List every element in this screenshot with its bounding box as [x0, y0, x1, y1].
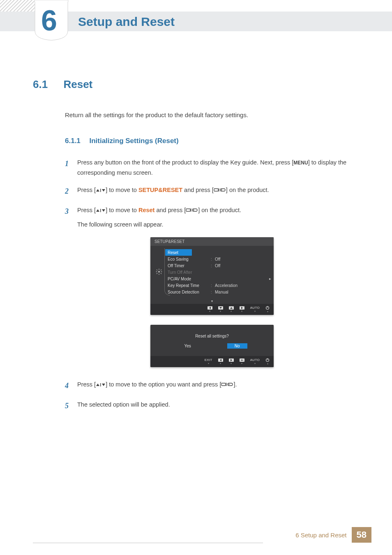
step-number: 5	[65, 400, 77, 412]
osd-footer: ▾ ▾ ▾ ▾ AUTO▾ ▾	[150, 304, 274, 315]
step-text: Press [	[77, 187, 96, 193]
step-text: ] on the product.	[198, 207, 241, 213]
footer-rule	[33, 542, 263, 543]
enter-icon: ▾	[240, 358, 244, 365]
power-icon: ▾	[265, 358, 270, 365]
svg-point-8	[158, 271, 160, 273]
up-down-icon	[96, 185, 106, 196]
highlight: SETUP&RESET	[138, 187, 182, 193]
svg-rect-28	[100, 383, 101, 386]
step-5: 5 The selected option will be applied.	[65, 400, 359, 412]
right-icon: ▾	[229, 358, 234, 365]
svg-rect-16	[161, 269, 162, 271]
svg-rect-3	[220, 189, 225, 191]
confirm-question: Reset all settings?	[150, 332, 274, 343]
subsection-title: Initializing Settings (Reset)	[89, 137, 178, 145]
up-icon: ▾	[229, 306, 234, 312]
power-icon: ▾	[265, 306, 270, 313]
svg-rect-30	[226, 383, 226, 386]
source-enter-icon	[214, 185, 226, 196]
down-icon: ▾	[218, 306, 223, 312]
step-text: Press [	[77, 381, 96, 388]
svg-rect-10	[159, 274, 159, 275]
gear-icon	[156, 268, 162, 275]
svg-rect-1	[214, 189, 218, 191]
svg-rect-13	[157, 269, 158, 271]
osd-title: SETUP&RESET	[150, 237, 274, 246]
svg-rect-12	[161, 271, 162, 272]
osd-footer: EXIT▾ ▾ ▾ ▾ AUTO▾ ▾	[150, 356, 274, 367]
menu-key: MENU	[293, 160, 308, 166]
bracket-decoration	[164, 248, 170, 296]
step-4: 4 Press [] to move to the option you wan…	[65, 379, 359, 392]
step-text: ].	[233, 381, 237, 388]
step-text: ] to move to the option you want and pre…	[106, 381, 221, 388]
svg-rect-27	[267, 358, 267, 360]
svg-rect-29	[221, 383, 226, 386]
step-after: The following screen will appear.	[77, 220, 359, 230]
svg-rect-14	[161, 273, 162, 274]
svg-rect-22	[267, 306, 267, 308]
svg-rect-2	[219, 188, 219, 192]
step-number: 2	[65, 185, 77, 198]
step-text: The selected option will be applied.	[77, 401, 170, 408]
svg-rect-6	[191, 208, 191, 212]
svg-rect-11	[156, 271, 157, 272]
subsection-number: 6.1.1	[65, 137, 88, 145]
up-down-icon	[96, 206, 106, 216]
left-icon: ▾	[208, 306, 212, 312]
step-text: ] on the product.	[226, 187, 269, 193]
source-enter-icon	[221, 380, 233, 390]
up-down-icon	[96, 380, 106, 390]
osd-item: Off Timer:Off	[168, 262, 270, 269]
svg-rect-9	[159, 269, 159, 270]
chapter-title: Setup and Reset	[78, 15, 175, 29]
step-text: and press [	[182, 187, 214, 193]
yes-button: Yes	[177, 343, 198, 349]
section-heading: 6.1 Reset	[33, 78, 359, 91]
svg-rect-0	[100, 189, 101, 192]
footer-chapter: 6 Setup and Reset	[295, 532, 346, 539]
osd-item: Eco Saving:Off	[168, 256, 270, 262]
svg-rect-4	[100, 209, 101, 212]
auto-label: AUTO▾	[250, 306, 260, 312]
section-number: 6.1	[33, 78, 62, 91]
right-icon: ▾	[240, 306, 244, 312]
svg-rect-5	[186, 209, 190, 211]
osd-reset-confirm: Reset all settings? Yes No EXIT▾ ▾ ▾ ▾ A…	[150, 325, 274, 367]
auto-label: AUTO▾	[250, 358, 260, 365]
section-intro: Return all the settings for the product …	[65, 111, 359, 118]
step-2: 2 Press [] to move to SETUP&RESET and pr…	[65, 185, 359, 198]
right-arrow-icon: ▸	[269, 277, 271, 281]
osd-item: Source Detection:Manual	[168, 289, 270, 295]
step-text: Press any button on the front of the pro…	[77, 159, 293, 166]
source-enter-icon	[186, 206, 198, 216]
page-footer: 6 Setup and Reset 58	[295, 527, 371, 543]
highlight: Reset	[138, 207, 155, 213]
step-text: ] to move to	[106, 207, 138, 213]
step-3: 3 Press [] to move to Reset and press []…	[65, 205, 359, 230]
osd-setup-reset: SETUP&RESET Reset Eco Saving:Off Off Tim…	[150, 237, 274, 315]
osd-item: Key Repeat Time:Acceleration	[168, 282, 270, 289]
svg-rect-15	[157, 273, 158, 274]
step-number: 1	[65, 157, 77, 178]
no-button: No	[227, 343, 247, 349]
chapter-number: 6	[41, 4, 57, 37]
exit-label: EXIT▾	[205, 358, 212, 365]
step-text: Press [	[77, 207, 96, 213]
osd-item: Turn Off After	[168, 269, 270, 275]
step-text: ] to move to	[106, 187, 138, 193]
svg-rect-7	[192, 209, 197, 211]
step-number: 4	[65, 379, 77, 392]
svg-rect-31	[228, 383, 233, 386]
osd-item: PC/AV Mode	[168, 275, 270, 282]
step-number: 3	[65, 205, 77, 230]
step-1: 1 Press any button on the front of the p…	[65, 157, 359, 178]
section-title: Reset	[63, 78, 92, 91]
subsection-heading: 6.1.1 Initializing Settings (Reset)	[65, 137, 359, 145]
scroll-indicator-icon: ▾	[150, 298, 274, 304]
step-text: and press [	[154, 207, 186, 213]
page-number: 58	[352, 527, 371, 543]
left-icon: ▾	[218, 358, 223, 365]
